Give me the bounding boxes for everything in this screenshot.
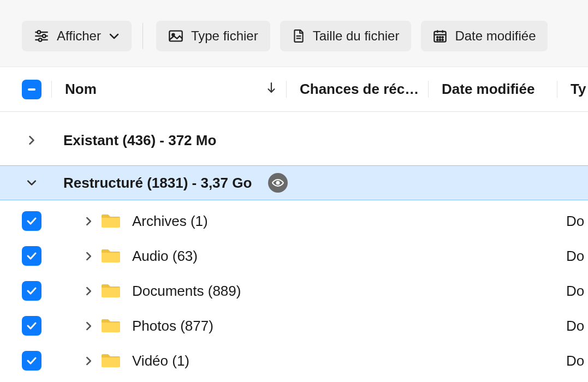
image-icon [168, 29, 183, 43]
column-type[interactable]: Ty [557, 81, 588, 98]
display-label: Afficher [57, 28, 101, 44]
group-label: Restructuré (1831) - 3,37 Go [52, 175, 252, 192]
calendar-icon [433, 29, 447, 43]
group-existant[interactable]: Existant (436) - 372 Mo [0, 123, 588, 158]
svg-point-21 [277, 182, 280, 184]
chevron-right-icon [76, 356, 100, 366]
filter-file-type[interactable]: Type fichier [156, 21, 270, 51]
item-type: Do [566, 248, 584, 265]
list-item[interactable]: Vidéo (1) Do [0, 343, 588, 378]
item-name: Documents (889) [127, 283, 566, 300]
toolbar-divider [142, 23, 143, 49]
row-checkbox[interactable] [22, 281, 41, 301]
row-checkbox[interactable] [22, 316, 41, 336]
svg-point-17 [437, 39, 438, 40]
list-item[interactable]: Archives (1) Do [0, 204, 588, 238]
filter-label: Type fichier [191, 28, 258, 44]
row-checkbox[interactable] [22, 211, 41, 231]
folder-icon [100, 352, 127, 369]
column-headers: Nom Chances de réc… Date modifiée Ty [0, 67, 588, 112]
chevron-right-icon [76, 321, 100, 331]
item-type: Do [566, 213, 584, 230]
filter-file-size[interactable]: Taille du fichier [280, 21, 412, 51]
folder-icon [100, 282, 127, 300]
svg-point-1 [38, 31, 41, 34]
item-name: Archives (1) [127, 213, 566, 230]
chevron-right-icon [76, 286, 100, 296]
select-all-cell [22, 80, 51, 99]
group-restructure[interactable]: Restructuré (1831) - 3,37 Go [0, 165, 588, 200]
sliders-icon [34, 29, 49, 43]
item-type: Do [566, 353, 584, 369]
list-item[interactable]: Photos (877) Do [0, 308, 588, 343]
column-date[interactable]: Date modifiée [428, 81, 557, 98]
list-item[interactable]: Audio (63) Do [0, 238, 588, 273]
svg-point-14 [437, 37, 438, 38]
svg-point-15 [439, 37, 441, 38]
svg-point-5 [39, 38, 42, 41]
file-icon [292, 29, 305, 43]
svg-point-16 [442, 37, 443, 38]
filter-date-modified[interactable]: Date modifiée [421, 21, 548, 51]
display-button[interactable]: Afficher [22, 21, 132, 51]
folder-icon [100, 317, 127, 335]
filter-label: Date modifiée [455, 28, 536, 44]
item-name: Vidéo (1) [127, 353, 566, 369]
chevron-right-icon [21, 135, 43, 145]
svg-point-3 [43, 34, 46, 38]
folder-icon [100, 247, 127, 265]
column-name-label: Nom [65, 81, 97, 98]
item-name: Audio (63) [127, 248, 566, 265]
chevron-right-icon [76, 252, 100, 261]
column-chances-label: Chances de réc… [300, 81, 419, 98]
group-label: Existant (436) - 372 Mo [52, 132, 216, 149]
item-type: Do [566, 283, 584, 300]
chevron-right-icon [76, 217, 100, 226]
chevron-down-icon [21, 179, 43, 187]
row-checkbox[interactable] [22, 351, 41, 371]
filter-label: Taille du fichier [313, 28, 400, 44]
select-all-checkbox[interactable] [22, 80, 41, 99]
column-name[interactable]: Nom [51, 81, 286, 98]
svg-point-18 [439, 39, 441, 40]
list-item[interactable]: Documents (889) Do [0, 273, 588, 308]
chevron-down-icon [109, 32, 120, 40]
row-checkbox[interactable] [22, 246, 41, 266]
item-name: Photos (877) [127, 318, 566, 335]
item-type: Do [566, 318, 584, 335]
toolbar: Afficher Type fichier Taille du fichier [0, 0, 588, 67]
folder-icon [100, 212, 127, 230]
column-type-label: Ty [571, 81, 586, 98]
column-date-label: Date modifiée [442, 81, 535, 98]
column-chances[interactable]: Chances de réc… [286, 81, 428, 98]
svg-point-19 [442, 39, 443, 40]
sort-descending-icon [266, 81, 276, 98]
eye-icon [268, 173, 288, 193]
